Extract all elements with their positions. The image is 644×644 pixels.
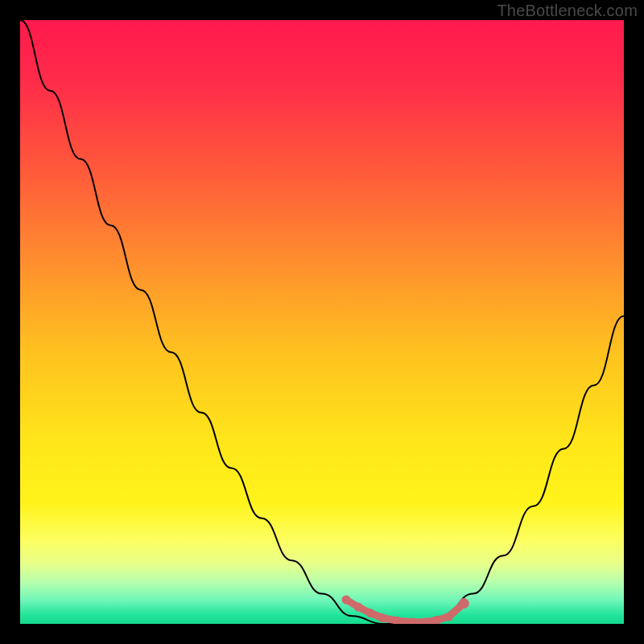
bottleneck-plot [20, 20, 624, 624]
plot-area [20, 20, 624, 624]
fit-marker-dot [378, 613, 387, 622]
watermark-text: TheBottleneck.com [497, 2, 638, 20]
fit-marker-dot [459, 598, 469, 609]
fit-marker-dot [354, 603, 363, 612]
fit-marker-dot [342, 596, 351, 605]
fit-marker-dot [366, 609, 375, 617]
gradient-background [20, 20, 624, 624]
fit-marker-dot [444, 613, 453, 621]
outer-frame: TheBottleneck.com [0, 0, 644, 644]
